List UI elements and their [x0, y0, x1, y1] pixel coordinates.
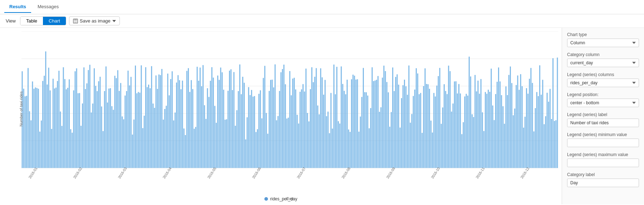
svg-rect-312 [458, 84, 459, 168]
svg-rect-172 [253, 96, 254, 168]
svg-rect-111 [163, 120, 164, 168]
svg-rect-40 [58, 71, 59, 168]
svg-rect-319 [469, 57, 470, 168]
svg-rect-309 [454, 81, 455, 168]
svg-rect-136 [200, 68, 201, 168]
svg-rect-189 [278, 116, 279, 168]
svg-rect-90 [132, 135, 133, 168]
svg-rect-365 [536, 92, 537, 168]
table-btn[interactable]: Table [20, 17, 43, 25]
svg-rect-176 [258, 94, 259, 168]
view-label: View [6, 18, 16, 24]
svg-rect-213 [313, 82, 314, 168]
svg-rect-323 [474, 75, 475, 168]
svg-rect-144 [211, 67, 213, 168]
svg-rect-86 [126, 91, 127, 168]
svg-rect-260 [382, 78, 383, 168]
svg-rect-330 [485, 92, 486, 168]
svg-rect-197 [289, 71, 291, 168]
svg-rect-167 [245, 139, 246, 168]
svg-rect-272 [400, 128, 401, 168]
svg-rect-351 [516, 85, 517, 168]
svg-rect-81 [119, 91, 120, 168]
svg-rect-331 [486, 94, 487, 168]
svg-rect-55 [80, 126, 82, 168]
svg-rect-72 [106, 66, 107, 168]
category-label-field: Category label [567, 172, 639, 187]
svg-rect-228 [335, 94, 336, 168]
svg-rect-163 [239, 64, 240, 168]
svg-rect-221 [325, 80, 326, 168]
legend-label: rides_per_day [270, 196, 297, 201]
svg-text:2016-08: 2016-08 [341, 166, 351, 179]
svg-rect-214 [314, 77, 315, 168]
svg-text:2016-04: 2016-04 [162, 166, 172, 179]
svg-rect-174 [255, 132, 257, 168]
svg-rect-65 [95, 86, 96, 168]
svg-rect-218 [320, 68, 321, 168]
svg-rect-82 [120, 83, 121, 168]
svg-text:2016-07: 2016-07 [296, 166, 307, 179]
svg-rect-352 [517, 75, 518, 168]
svg-rect-162 [238, 91, 239, 168]
svg-rect-243 [357, 79, 358, 168]
svg-rect-1 [74, 19, 77, 21]
svg-rect-278 [408, 65, 409, 168]
svg-rect-230 [338, 121, 339, 168]
svg-rect-356 [523, 128, 524, 168]
svg-rect-242 [355, 80, 356, 168]
chart-container: Number of taxi rides 0 100k 200k 300k 40… [21, 31, 558, 186]
category-column-label: Category column [567, 52, 639, 57]
svg-rect-27 [39, 132, 40, 168]
svg-rect-68 [99, 77, 101, 168]
svg-rect-238 [350, 132, 351, 168]
svg-rect-28 [41, 120, 42, 168]
svg-rect-175 [257, 129, 258, 168]
svg-rect-67 [98, 81, 99, 168]
category-column-select[interactable]: current_day [567, 59, 639, 67]
legend-series-label-input[interactable] [567, 119, 639, 127]
svg-rect-240 [352, 75, 353, 168]
svg-rect-61 [89, 65, 91, 168]
category-label-input[interactable] [567, 179, 639, 187]
chart-type-select[interactable]: Column [567, 39, 639, 47]
svg-rect-341 [501, 95, 502, 168]
svg-rect-350 [514, 109, 515, 168]
svg-rect-250 [367, 96, 368, 168]
svg-rect-357 [525, 117, 526, 168]
svg-rect-34 [50, 90, 51, 168]
svg-rect-222 [326, 116, 327, 168]
svg-rect-344 [506, 86, 507, 168]
svg-rect-135 [198, 81, 199, 168]
svg-rect-328 [482, 112, 483, 168]
svg-rect-244 [358, 132, 360, 168]
svg-rect-265 [389, 127, 390, 168]
svg-rect-80 [117, 70, 118, 168]
svg-rect-165 [242, 77, 243, 168]
svg-rect-44 [64, 79, 65, 168]
svg-rect-368 [541, 95, 542, 168]
svg-rect-95 [139, 92, 140, 168]
svg-rect-117 [172, 71, 173, 168]
svg-rect-301 [442, 108, 443, 168]
legend-min-input[interactable] [567, 139, 639, 147]
svg-rect-236 [347, 80, 348, 168]
chart-btn[interactable]: Chart [43, 17, 66, 25]
svg-text:2016-10: 2016-10 [430, 166, 441, 179]
legend-max-input[interactable] [567, 159, 639, 167]
save-as-image-button[interactable]: Save as image [69, 16, 120, 25]
tab-results[interactable]: Results [4, 1, 31, 13]
legend-series-columns-select[interactable]: rides_per_day [567, 79, 639, 87]
tab-messages[interactable]: Messages [33, 1, 64, 13]
svg-rect-145 [213, 78, 214, 168]
legend-position-select[interactable]: center - bottom [567, 99, 639, 107]
svg-rect-70 [103, 131, 104, 168]
svg-rect-102 [150, 88, 151, 168]
svg-rect-268 [394, 91, 395, 168]
svg-rect-273 [401, 98, 402, 168]
save-as-image-label: Save as image [80, 18, 111, 24]
svg-rect-166 [244, 83, 245, 168]
svg-rect-227 [333, 65, 335, 168]
svg-rect-313 [460, 94, 461, 168]
svg-rect-361 [530, 68, 531, 168]
